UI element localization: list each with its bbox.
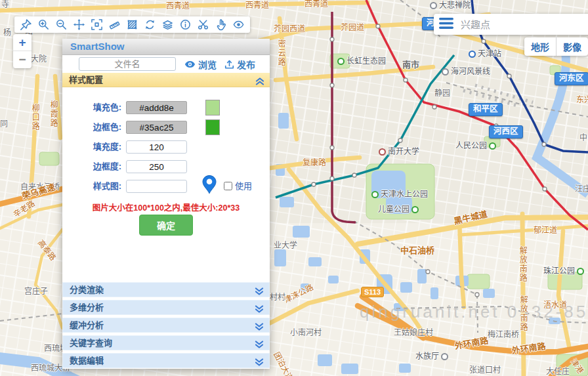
section-title: 缓冲分析 [70, 320, 104, 330]
fill-opacity-input[interactable] [126, 140, 187, 154]
poi-search-input[interactable] [459, 18, 588, 31]
image-size-hint: 图片大小在100*100之内,最佳大小:20*33 [62, 201, 270, 213]
tool-clip-button[interactable] [194, 17, 212, 32]
chevron-double-down-icon [255, 357, 264, 369]
panel-header[interactable]: SmartShow [62, 39, 270, 55]
menu-hamburger-icon[interactable] [439, 18, 453, 31]
zoom-in-button[interactable]: + [13, 34, 32, 51]
section-classified-render[interactable]: 分类渲染 [62, 282, 270, 297]
border-width-input[interactable] [126, 160, 187, 173]
imagery-button[interactable]: 影像 [556, 37, 588, 56]
section-title: 数据编辑 [70, 356, 104, 366]
tool-full-extent-button[interactable] [88, 17, 106, 32]
basemap-switch: 地形 影像 [524, 37, 588, 56]
tool-select-hand-button[interactable] [212, 17, 230, 32]
tool-pushpin-button[interactable] [17, 17, 35, 32]
style-config-section-header[interactable]: 样式配置 [62, 72, 270, 87]
identify-icon [179, 18, 192, 31]
pan-icon [73, 18, 85, 31]
fill-color-swatch[interactable] [205, 100, 220, 115]
map-marker-icon[interactable] [201, 175, 217, 198]
map-watermark: qingruanit.net 0532-85025005 [360, 302, 588, 322]
visibility-eye-icon [232, 18, 245, 31]
section-data-edit[interactable]: 数据编辑 [62, 353, 270, 368]
select-hand-icon [215, 18, 227, 31]
zoom-out-icon [55, 18, 68, 31]
tool-zoom-out-button[interactable] [52, 17, 70, 32]
section-multi-dimension-analysis[interactable]: 多维分析 [62, 300, 270, 315]
section-title: 分类渲染 [70, 285, 104, 295]
publish-button[interactable]: 发布 [224, 58, 255, 71]
section-title: 关键字查询 [70, 338, 112, 348]
chevron-double-up-icon [255, 76, 264, 88]
style-image-label: 样式图: [82, 178, 121, 194]
terrain-button[interactable]: 地形 [524, 37, 556, 56]
measure-area-icon [126, 18, 138, 31]
publish-upload-icon [224, 60, 234, 69]
tool-measure-distance-button[interactable] [106, 17, 123, 32]
tool-measure-area-button[interactable] [123, 17, 141, 32]
measure-distance-icon [108, 18, 121, 31]
poi-search-box [434, 14, 588, 35]
chevron-double-down-icon [255, 286, 264, 298]
map-application: 寺西青道西青道西青道杨站家大院大悲禅院芥园西道芥园道密云路天津站海河风景线长虹生… [0, 0, 588, 376]
zoom-control: + − [13, 34, 32, 68]
tool-refresh-button[interactable] [141, 17, 159, 32]
browse-eye-icon [184, 60, 196, 68]
tool-pan-button[interactable] [70, 17, 88, 32]
map-toolbar [14, 16, 250, 33]
browse-button[interactable]: 浏览 [184, 58, 217, 71]
section-keyword-query[interactable]: 关键字查询 [62, 335, 270, 350]
border-color-input[interactable] [126, 121, 187, 134]
tool-layers-button[interactable] [159, 17, 177, 32]
smartshow-panel: SmartShow 浏览 发布 样式配置 [62, 39, 270, 369]
panel-accordion: 分类渲染 多维分析 缓冲分析 关键字查询 数据编辑 [62, 282, 270, 371]
chevron-double-down-icon [255, 322, 264, 333]
chevron-double-down-icon [255, 304, 264, 316]
style-config-title: 样式配置 [69, 73, 270, 87]
filename-input[interactable] [79, 57, 176, 71]
border-color-label: 边框色: [82, 119, 121, 135]
fill-opacity-label: 填充度: [82, 139, 121, 155]
full-extent-icon [91, 18, 103, 31]
panel-title: SmartShow [70, 39, 270, 54]
style-image-input[interactable] [126, 180, 187, 193]
fill-color-input[interactable] [126, 101, 187, 114]
file-row: 浏览 发布 [62, 55, 270, 72]
pushpin-icon [20, 18, 32, 31]
tool-zoom-in-button[interactable] [35, 17, 52, 32]
refresh-icon [144, 18, 156, 31]
use-checkbox[interactable] [224, 182, 232, 190]
tool-identify-button[interactable] [177, 17, 194, 32]
clip-icon [197, 18, 209, 31]
chevron-double-down-icon [255, 339, 264, 351]
tool-visibility-eye-button[interactable] [230, 17, 247, 32]
border-color-swatch[interactable] [205, 119, 220, 135]
zoom-in-icon [37, 18, 50, 31]
border-width-label: 边框度: [82, 159, 121, 175]
section-title: 多维分析 [70, 303, 104, 312]
section-buffer-analysis[interactable]: 缓冲分析 [62, 318, 270, 333]
confirm-button[interactable]: 确定 [139, 215, 193, 236]
fill-color-label: 填充色: [82, 100, 121, 115]
zoom-out-button[interactable]: − [13, 51, 32, 68]
use-checkbox-label: 使用 [235, 179, 252, 194]
layers-icon [161, 18, 174, 31]
